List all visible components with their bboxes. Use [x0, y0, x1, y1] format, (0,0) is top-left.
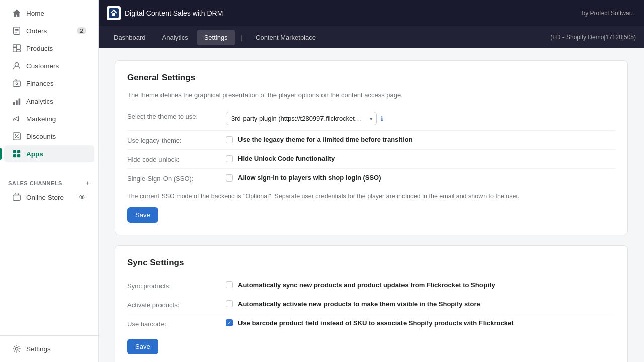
- use-barcode-label: Use barcode:: [127, 319, 218, 328]
- svg-rect-6: [17, 50, 20, 52]
- tab-content-marketplace[interactable]: Content Marketplace: [249, 30, 323, 45]
- svg-rect-19: [13, 150, 16, 153]
- svg-point-24: [15, 347, 18, 350]
- sync-settings-title: Sync Settings: [127, 258, 615, 268]
- sidebar-item-discounts-label: Discounts: [26, 133, 56, 140]
- hide-code-value: Hide Unlock Code functionality: [226, 155, 615, 162]
- sidebar-item-products[interactable]: Products: [4, 40, 94, 57]
- theme-select-wrapper[interactable]: 3rd party plugin (https://t280997.flickr…: [226, 112, 377, 125]
- sidebar-item-analytics[interactable]: Analytics: [4, 93, 94, 110]
- legacy-theme-label: Use legacy theme:: [127, 136, 218, 144]
- orders-badge: 2: [77, 27, 86, 34]
- theme-help-icon[interactable]: ℹ: [381, 115, 383, 122]
- products-icon: [12, 44, 21, 53]
- theme-select[interactable]: 3rd party plugin (https://t280997.flickr…: [226, 112, 377, 125]
- nav-tabs: Dashboard Analytics Settings | Content M…: [99, 26, 644, 48]
- svg-rect-11: [13, 102, 15, 105]
- general-settings-save-button[interactable]: Save: [127, 207, 158, 223]
- hide-code-text: Hide Unlock Code functionality: [238, 155, 335, 162]
- apps-icon: [12, 149, 21, 158]
- sidebar-item-marketing[interactable]: Marketing: [4, 110, 94, 127]
- svg-rect-12: [16, 100, 18, 105]
- activate-products-text: Automatically activate new products to m…: [238, 300, 480, 308]
- sidebar-item-products-label: Products: [26, 45, 53, 52]
- theme-row: Select the theme to use: 3rd party plugi…: [127, 107, 615, 131]
- sync-settings-section: Sync Settings Sync products: Automatical…: [115, 245, 628, 362]
- sidebar-item-analytics-label: Analytics: [26, 98, 53, 105]
- activate-products-checkbox[interactable]: [226, 300, 233, 307]
- online-store-icon: [12, 193, 21, 202]
- sidebar-item-discounts[interactable]: Discounts: [4, 128, 94, 145]
- app-header: Digital Content Sales with DRM by Protec…: [99, 0, 644, 26]
- svg-rect-26: [112, 13, 115, 16]
- app-header-by: by Protect Softwar...: [582, 10, 636, 17]
- sales-channels-header: Sales channels ＋: [0, 171, 98, 189]
- sync-products-label: Sync products:: [127, 281, 218, 290]
- sync-products-text: Automatically sync new products and prod…: [238, 281, 495, 289]
- sidebar-item-customers[interactable]: Customers: [4, 57, 94, 74]
- add-sales-channel-icon[interactable]: ＋: [85, 179, 91, 187]
- use-barcode-text: Use barcode product field instead of SKU…: [238, 319, 514, 327]
- svg-point-18: [17, 137, 19, 138]
- sidebar-item-finances-label: Finances: [26, 80, 54, 87]
- sso-text: Allow sign-in to players with shop login…: [238, 174, 381, 182]
- tab-analytics[interactable]: Analytics: [155, 30, 195, 45]
- svg-rect-20: [17, 150, 20, 153]
- settings-icon: [12, 344, 21, 353]
- store-info: (FD - Shopify Demo|17120|505): [550, 34, 636, 41]
- analytics-icon: [12, 97, 21, 106]
- sales-channels-label: Sales channels: [8, 180, 62, 186]
- app-title: Digital Content Sales with DRM: [125, 9, 223, 17]
- legacy-checkbox-row: Use the legacy theme for a limited time …: [226, 136, 413, 143]
- sync-settings-save-button[interactable]: Save: [127, 339, 158, 354]
- sidebar-bottom: Settings: [0, 335, 98, 362]
- tab-dashboard[interactable]: Dashboard: [107, 30, 153, 45]
- sidebar-item-online-store[interactable]: Online Store 👁: [4, 189, 94, 205]
- svg-line-14: [13, 119, 14, 121]
- svg-rect-4: [13, 47, 17, 52]
- settings-label: Settings: [26, 345, 51, 353]
- legacy-theme-checkbox[interactable]: [226, 136, 233, 143]
- sidebar-item-orders[interactable]: Orders 2: [4, 22, 94, 39]
- legacy-theme-row: Use legacy theme: Use the legacy theme f…: [127, 131, 615, 150]
- customers-icon: [12, 61, 21, 70]
- tab-settings[interactable]: Settings: [197, 30, 235, 45]
- discounts-icon: [12, 132, 21, 141]
- svg-point-10: [16, 83, 18, 85]
- hide-code-checkbox[interactable]: [226, 155, 233, 162]
- sidebar: Home Orders 2 Products Customers Finan: [0, 0, 99, 362]
- sidebar-item-apps[interactable]: Apps: [4, 145, 94, 162]
- svg-rect-23: [13, 195, 20, 201]
- sidebar-item-settings[interactable]: Settings: [4, 340, 94, 357]
- svg-point-17: [15, 134, 16, 136]
- svg-rect-5: [17, 45, 20, 49]
- sidebar-item-marketing-label: Marketing: [26, 115, 56, 123]
- activate-products-label: Activate products:: [127, 300, 218, 309]
- svg-rect-13: [19, 99, 21, 105]
- sync-products-checkbox[interactable]: [226, 281, 233, 288]
- sidebar-item-home[interactable]: Home: [4, 5, 94, 22]
- sidebar-item-finances[interactable]: Finances: [4, 75, 94, 92]
- sidebar-item-home-label: Home: [26, 10, 44, 17]
- hide-code-row: Hide code unlock: Hide Unlock Code funct…: [127, 150, 615, 169]
- sidebar-item-apps-label: Apps: [26, 150, 43, 158]
- use-barcode-row: Use barcode: ✓ Use barcode product field…: [127, 314, 615, 333]
- use-barcode-checkbox[interactable]: ✓: [226, 319, 233, 326]
- legacy-theme-value: Use the legacy theme for a limited time …: [226, 136, 615, 143]
- activate-products-value: Automatically activate new products to m…: [226, 300, 615, 308]
- sso-desc: The current SSO mode of the backend is "…: [127, 192, 615, 201]
- general-settings-section: General Settings The theme defines the g…: [115, 60, 628, 235]
- activate-products-checkbox-row: Automatically activate new products to m…: [226, 300, 480, 308]
- content-area: General Settings The theme defines the g…: [99, 48, 644, 362]
- hide-code-label: Hide code unlock:: [127, 155, 218, 163]
- home-icon: [12, 9, 21, 18]
- general-settings-title: General Settings: [127, 73, 615, 83]
- orders-icon: [12, 26, 21, 35]
- sso-checkbox[interactable]: [226, 174, 233, 182]
- sync-products-row: Sync products: Automatically sync new pr…: [127, 276, 615, 295]
- theme-label: Select the theme to use:: [127, 112, 218, 120]
- online-store-eye-icon[interactable]: 👁: [79, 194, 86, 201]
- online-store-label: Online Store: [26, 194, 64, 201]
- use-barcode-value: ✓ Use barcode product field instead of S…: [226, 319, 615, 327]
- app-logo-icon: [107, 6, 121, 20]
